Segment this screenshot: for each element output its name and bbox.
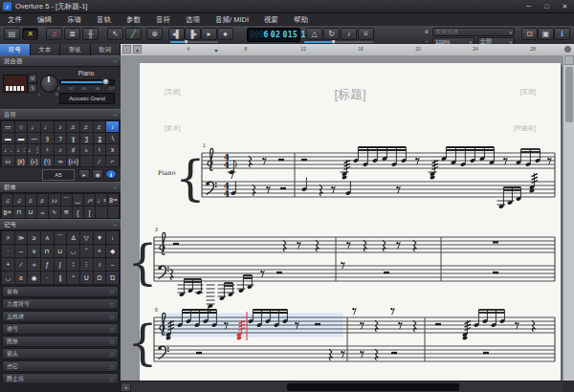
sign-cell[interactable]: ⊔ [55,245,67,257]
sign-cell[interactable]: ∧ [41,231,54,244]
sign-cell[interactable]: Ώ [106,272,119,284]
metronome-button[interactable]: △ [306,28,322,40]
vertical-scroll-thumb[interactable] [565,67,573,122]
collapse-icon[interactable]: − [113,185,117,190]
note-cell[interactable]: (♭) [28,156,40,166]
note-cell[interactable]: ▬ [15,133,28,143]
group-cell[interactable]: ♬ [37,194,48,206]
tab-歌词[interactable]: 歌词 [91,44,121,55]
vertical-scrollbar[interactable] [563,55,574,381]
note-cell[interactable]: ▬ [2,133,14,143]
note-cell[interactable]: ♩. [2,144,14,155]
horizontal-scroll-button[interactable]: ◂ [121,382,131,392]
collapse-icon[interactable]: − [113,58,117,64]
tab-符号[interactable]: 符号 [0,44,31,55]
note-cell[interactable]: ♪ [106,121,119,132]
menu-乐谱[interactable]: 乐谱 [59,13,89,26]
note-cell[interactable]: ȝ [41,133,54,143]
menu-编辑[interactable]: 编辑 [30,13,59,26]
note-cell[interactable]: — [28,133,40,143]
group-cell[interactable]: ♫ [2,194,12,206]
ruler-button-0[interactable]: ▫ [122,45,131,54]
step-back-button[interactable]: ◂▌ [168,28,185,40]
sign-cell[interactable]: ◉ [28,272,40,284]
menu-帮助[interactable]: 帮助 [286,13,316,26]
panel-吉它[interactable]: 吉它◻ [2,360,119,372]
sign-cell[interactable]: ⊓ [41,245,54,257]
sign-cell[interactable]: ɞ [15,272,28,284]
group-cell[interactable] [96,207,106,218]
note-info-button[interactable]: ℹ [105,169,117,179]
group-cell[interactable]: { [73,207,83,218]
sign-cell[interactable]: ∆ [67,231,79,244]
sign-cell[interactable]: ƒ [41,258,54,271]
collapse-icon[interactable]: − [113,112,117,118]
minimize-button[interactable]: ─ [519,1,538,12]
note-cell[interactable]: ³ [41,144,54,155]
expand-icon[interactable]: ◻ [110,289,114,294]
position-slider[interactable] [304,41,373,43]
group-cell[interactable]: [ [84,207,95,218]
ruler-marker[interactable]: ▾ [214,47,217,54]
browser-button[interactable]: ▣ [538,28,554,40]
note-cell[interactable] [80,156,93,166]
tools-button[interactable]: ✕ [22,28,38,40]
panel-力度符号[interactable]: 力度符号◻ [2,298,119,310]
mute-button[interactable]: M [28,74,37,83]
record-button[interactable]: ● [217,28,233,40]
panel-图形[interactable]: 图形◻ [2,336,119,347]
expand-icon[interactable]: ◻ [110,351,114,357]
sign-cell[interactable]: – [15,245,28,257]
note-cell[interactable]: ⁊ [55,133,67,143]
menu-选项[interactable]: 选项 [178,13,208,26]
sign-cell[interactable]: · [41,272,54,284]
tracks-window-button[interactable]: ≣ [64,28,80,40]
sign-cell[interactable]: ≁ [28,258,40,271]
note-cell[interactable]: ○ [15,121,28,132]
group-cell[interactable]: ≋ [61,207,72,218]
sign-cell[interactable]: ◆ [106,245,119,257]
note-cell[interactable]: (♭♭) [67,156,79,166]
page-title[interactable]: [标题] [334,86,365,103]
music-system-6[interactable]: {6 [140,304,561,381]
sign-cell[interactable]: Ω [94,272,106,284]
group-cell[interactable]: ≈ [37,207,48,218]
group-cell[interactable]: ♪³ [84,194,95,206]
pencil-tool-button[interactable]: ╱ [125,28,142,40]
note-cell[interactable]: ♬ [67,121,79,132]
sign-cell[interactable]: ∕ [15,258,28,271]
group-cell[interactable]: ⌒ [61,194,72,206]
loop-button[interactable]: ↻ [323,28,340,40]
patch-select[interactable]: Acoustic Grand [59,93,115,104]
group-cell[interactable] [108,207,119,218]
play-note-button[interactable]: ▸ [78,169,90,179]
note-cell[interactable]: (♯) [15,156,28,166]
note-cell[interactable]: (♮) [41,156,54,166]
collapse-icon[interactable]: − [113,222,117,228]
tab-文本[interactable]: 文本 [31,44,61,55]
note-cell[interactable]: ♮ [94,144,106,155]
signs-panel-header[interactable]: 记号− [0,219,121,230]
group-cell[interactable]: ♩³ [96,194,106,206]
ruler-button-1[interactable]: ▲ [133,45,142,54]
page-header-right[interactable]: [页眉] [519,88,536,97]
sign-cell[interactable]: ↓ [106,231,119,244]
tab-形状[interactable]: 形状 [60,44,91,55]
sign-cell[interactable]: ˘ [80,245,93,257]
sign-cell[interactable]: > [2,231,14,244]
sign-cell[interactable]: ⌢ [106,258,119,271]
sign-cell[interactable]: ▼ [94,231,106,244]
group-cell[interactable]: ∿ [49,207,59,218]
group-cell[interactable]: ♬ [26,194,36,206]
note-cell[interactable]: ʓ [94,133,106,143]
expand-icon[interactable]: ◻ [110,314,114,319]
sign-cell[interactable]: ≀ [94,258,106,271]
tempo-slider[interactable] [170,41,218,43]
sign-cell[interactable]: ▽ [80,231,93,244]
note-cell[interactable]: ɣ [67,133,79,143]
sign-cell[interactable]: ∨ [28,245,40,257]
note-cell[interactable]: ♩ [41,121,54,132]
group-cell[interactable]: ⊓ [13,207,24,218]
menu-文件[interactable]: 文件 [0,13,30,26]
note-cell[interactable]: ♩⋮ [28,144,40,155]
